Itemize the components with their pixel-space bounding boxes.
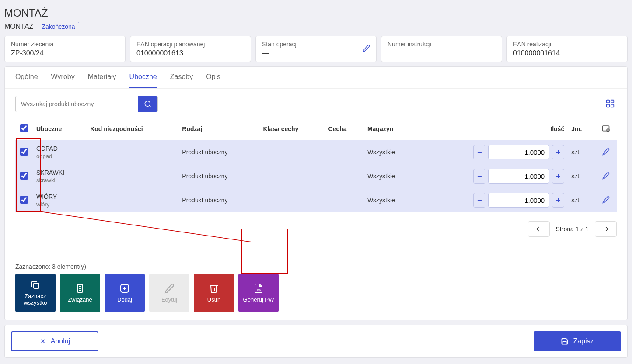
tab-ogolne[interactable]: Ogólne bbox=[15, 67, 38, 88]
tab-opis[interactable]: Opis bbox=[206, 67, 220, 88]
page-subtitle: MONTAŻ bbox=[4, 23, 33, 31]
tab-zasoby[interactable]: Zasoby bbox=[170, 67, 193, 88]
page-title: MONTAŻ bbox=[4, 4, 628, 22]
card-value: ZP-300/24 bbox=[11, 49, 119, 57]
status-badge: Zakończona bbox=[38, 22, 79, 31]
page-indicator: Strona 1 z 1 bbox=[556, 225, 589, 232]
cell-cecha: — bbox=[325, 140, 364, 164]
svg-rect-4 bbox=[607, 104, 609, 107]
cell-jm: szt. bbox=[568, 188, 595, 212]
col-cecha: Cecha bbox=[325, 118, 364, 140]
tab-uboczne[interactable]: Uboczne bbox=[129, 67, 157, 88]
cell-cecha: — bbox=[325, 164, 364, 188]
cell-kod: — bbox=[87, 140, 178, 164]
search-input[interactable] bbox=[16, 96, 138, 112]
add-button[interactable]: Dodaj bbox=[105, 274, 145, 312]
search-group bbox=[15, 96, 158, 112]
save-icon bbox=[561, 337, 569, 345]
cancel-button[interactable]: Anuluj bbox=[11, 331, 98, 351]
row-checkbox[interactable] bbox=[20, 196, 28, 204]
card-ean-planned: EAN operacji planowanej 010000001613 bbox=[130, 36, 251, 62]
table-row[interactable]: WIÓRYwióry — Produkt uboczny — — Wszystk… bbox=[15, 188, 617, 212]
search-button[interactable] bbox=[138, 96, 157, 112]
cell-cecha: — bbox=[325, 188, 364, 212]
settings-icon[interactable] bbox=[601, 127, 610, 134]
row-checkbox[interactable] bbox=[20, 148, 28, 156]
card-value: — bbox=[262, 49, 370, 57]
card-label: EAN realizacji bbox=[513, 41, 621, 48]
edit-row-button[interactable] bbox=[602, 174, 610, 181]
related-button[interactable]: Związane bbox=[60, 274, 100, 312]
selected-count: Zaznaczono: 3 element(y) bbox=[15, 263, 617, 270]
col-klasa: Klasa cechy bbox=[259, 118, 325, 140]
cell-kod: — bbox=[87, 164, 178, 188]
table-row[interactable]: SKRAWKIskrawki — Produkt uboczny — — Wsz… bbox=[15, 164, 617, 188]
pencil-icon[interactable] bbox=[362, 45, 370, 54]
edit-button: Edytuj bbox=[149, 274, 189, 312]
product-name: SKRAWKI bbox=[36, 169, 83, 176]
card-ean-realization: EAN realizacji 010000001614 bbox=[506, 36, 628, 62]
decrement-button[interactable]: − bbox=[473, 169, 485, 184]
svg-text:PW: PW bbox=[257, 289, 261, 291]
edit-row-button[interactable] bbox=[602, 198, 610, 205]
quantity-input[interactable] bbox=[488, 193, 549, 208]
col-magazyn: Magazyn bbox=[364, 118, 417, 140]
cell-klasa: — bbox=[259, 140, 325, 164]
card-label: Stan operacji bbox=[262, 41, 370, 48]
card-label: Numer zlecenia bbox=[11, 41, 119, 48]
select-all-button[interactable]: Zaznacz wszystko bbox=[15, 274, 56, 312]
row-checkbox[interactable] bbox=[20, 172, 28, 180]
prev-page-button[interactable] bbox=[528, 221, 550, 237]
decrement-button[interactable]: − bbox=[473, 193, 485, 208]
cell-kod: — bbox=[87, 188, 178, 212]
search-icon bbox=[144, 100, 152, 108]
quantity-input[interactable] bbox=[488, 169, 549, 184]
decrement-button[interactable]: − bbox=[473, 145, 485, 159]
cell-magazyn: Wszystkie bbox=[364, 188, 417, 212]
generate-pw-button[interactable]: PWGeneruj PW bbox=[238, 274, 279, 312]
increment-button[interactable]: + bbox=[552, 145, 564, 159]
product-name: WIÓRY bbox=[36, 193, 83, 200]
table-row[interactable]: ODPADodpad — Produkt uboczny — — Wszystk… bbox=[15, 140, 617, 164]
card-instruction-number: Numer instrukcji bbox=[381, 36, 502, 62]
product-subtitle: wióry bbox=[36, 201, 83, 208]
increment-button[interactable]: + bbox=[552, 193, 564, 208]
pagination: Strona 1 z 1 bbox=[528, 221, 617, 237]
tab-wyroby[interactable]: Wyroby bbox=[51, 67, 75, 88]
increment-button[interactable]: + bbox=[552, 169, 564, 184]
cell-magazyn: Wszystkie bbox=[364, 140, 417, 164]
col-rodzaj: Rodzaj bbox=[178, 118, 259, 140]
card-label: Numer instrukcji bbox=[388, 41, 496, 48]
cell-klasa: — bbox=[259, 188, 325, 212]
quantity-input[interactable] bbox=[488, 145, 549, 159]
cell-klasa: — bbox=[259, 164, 325, 188]
card-value: 010000001613 bbox=[136, 49, 244, 57]
col-jm: Jm. bbox=[568, 118, 595, 140]
col-uboczne: Uboczne bbox=[33, 118, 87, 140]
col-kod: Kod niezgodności bbox=[87, 118, 178, 140]
save-button[interactable]: Zapisz bbox=[534, 331, 621, 351]
delete-button[interactable]: Usuń bbox=[194, 274, 234, 312]
tab-materialy[interactable]: Materiały bbox=[88, 67, 116, 88]
svg-line-1 bbox=[149, 105, 150, 107]
card-operation-state[interactable]: Stan operacji — bbox=[255, 36, 377, 62]
product-subtitle: skrawki bbox=[36, 177, 83, 184]
card-order-number: Numer zlecenia ZP-300/24 bbox=[4, 36, 126, 62]
cell-jm: szt. bbox=[568, 140, 595, 164]
grid-view-icon[interactable] bbox=[604, 97, 617, 111]
tabs: Ogólne Wyroby Materiały Uboczne Zasoby O… bbox=[5, 67, 627, 89]
close-icon bbox=[39, 338, 46, 345]
byproducts-table: Uboczne Kod niezgodności Rodzaj Klasa ce… bbox=[15, 118, 617, 212]
select-all-checkbox[interactable] bbox=[20, 124, 28, 132]
cell-rodzaj: Produkt uboczny bbox=[178, 164, 259, 188]
svg-rect-11 bbox=[34, 283, 39, 288]
svg-rect-3 bbox=[611, 100, 614, 102]
card-label: EAN operacji planowanej bbox=[136, 41, 244, 48]
cell-magazyn: Wszystkie bbox=[364, 164, 417, 188]
next-page-button[interactable] bbox=[595, 221, 617, 237]
cell-rodzaj: Produkt uboczny bbox=[178, 140, 259, 164]
edit-row-button[interactable] bbox=[602, 150, 610, 157]
svg-rect-5 bbox=[611, 104, 614, 107]
cell-rodzaj: Produkt uboczny bbox=[178, 188, 259, 212]
product-name: ODPAD bbox=[36, 145, 83, 152]
